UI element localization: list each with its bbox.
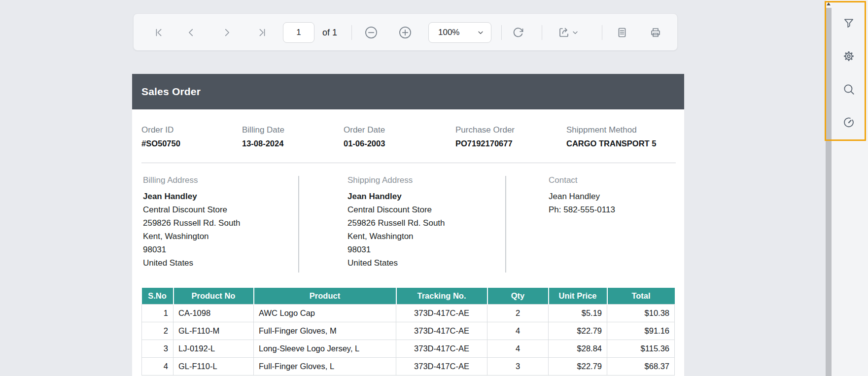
cell-unit-price: $22.79 [549, 322, 607, 340]
print-button[interactable] [647, 24, 664, 41]
column-header-unit-price: Unit Price [549, 288, 607, 304]
cell-qty: 4 [487, 322, 549, 340]
gear-icon [842, 50, 855, 63]
cell-total: $91.16 [607, 322, 675, 340]
viewer-toolbar: of 1 100% [133, 13, 678, 51]
billing-address-block: Billing Address Jean Handley Central Dis… [143, 175, 241, 270]
order-items-table: S.No Product No Product Tracking No. Qty… [141, 288, 675, 376]
previous-page-button[interactable] [182, 24, 200, 41]
order-date-label: Order Date [344, 125, 385, 135]
shipping-address-line: Kent, Washington [347, 230, 445, 243]
shipment-method-label: Shippment Method [566, 125, 637, 135]
billing-address-line: Kent, Washington [143, 230, 241, 243]
page-number-input[interactable] [283, 22, 314, 43]
shipping-address-line: 259826 Russell Rd. South [347, 216, 445, 230]
column-header-product: Product [254, 288, 396, 304]
document-icon [616, 27, 628, 38]
cell-qty: 4 [487, 340, 549, 357]
zoom-in-button[interactable] [396, 24, 414, 41]
cell-product: Long-Sleeve Logo Jersey, L [254, 340, 396, 357]
cell-qty: 3 [487, 357, 549, 375]
contact-name: Jean Handley [549, 190, 615, 203]
cell-tracking-no: 373D-417C-AE [396, 322, 487, 340]
page-count-label: of 1 [322, 14, 337, 51]
billing-address-line: Central Discount Store [143, 203, 241, 216]
refresh-button[interactable] [509, 24, 527, 41]
next-page-button[interactable] [218, 24, 236, 41]
export-icon [558, 27, 570, 38]
export-button[interactable] [555, 24, 573, 41]
zoom-level-dropdown[interactable]: 100% [428, 22, 491, 43]
previous-page-icon [186, 27, 197, 38]
shipping-address-line: Central Discount Store [347, 203, 445, 216]
vertical-scrollbar[interactable] [826, 0, 832, 376]
zoom-out-icon [364, 26, 378, 39]
toolbar-separator [542, 25, 542, 40]
cell-qty: 2 [487, 304, 549, 322]
purchase-order-value: PO7192170677 [455, 139, 513, 148]
cell-product: AWC Logo Cap [254, 304, 396, 322]
cell-product: Full-Finger Gloves, L [254, 357, 396, 375]
billing-address-line: 98031 [143, 243, 241, 256]
shipping-address-block: Shipping Address Jean Handley Central Di… [347, 175, 445, 270]
zoom-level-value: 100% [438, 28, 459, 37]
column-header-tracking-no: Tracking No. [396, 288, 487, 304]
shipping-address-line: United States [347, 256, 445, 270]
cell-product-no: GL-F110-M [174, 322, 254, 340]
gauge-icon [842, 116, 855, 129]
contact-block: Contact Jean Handley Ph: 582-555-0113 [549, 175, 615, 216]
billing-address-line: United States [143, 256, 241, 270]
first-page-button[interactable] [150, 24, 168, 41]
cell-unit-price: $22.79 [549, 357, 607, 375]
zoom-in-icon [398, 26, 412, 39]
scrollbar-thumb[interactable] [826, 8, 832, 376]
column-header-product-no: Product No [174, 288, 254, 304]
export-dropdown-chevron-icon[interactable] [571, 29, 579, 36]
scrollbar-up-button[interactable] [826, 0, 832, 7]
search-icon [842, 83, 855, 96]
cell-total: $68.37 [607, 357, 675, 375]
filter-button[interactable] [842, 17, 855, 30]
shipping-address-label: Shipping Address [347, 175, 445, 185]
last-page-icon [257, 27, 268, 38]
cell-tracking-no: 373D-417C-AE [396, 340, 487, 357]
cell-sno: 1 [142, 304, 174, 322]
search-button[interactable] [842, 83, 855, 96]
purchase-order-label: Purchase Order [455, 125, 515, 135]
address-divider [505, 176, 506, 273]
order-date-value: 01-06-2003 [344, 139, 385, 148]
table-row: 1 CA-1098 AWC Logo Cap 373D-417C-AE 2 $5… [142, 304, 675, 322]
document-button[interactable] [613, 24, 631, 41]
up-arrow-icon [827, 2, 831, 5]
cell-product: Full-Finger Gloves, M [254, 322, 396, 340]
cell-unit-price: $5.19 [549, 304, 607, 322]
address-divider [298, 176, 299, 273]
column-header-total: Total [607, 288, 675, 304]
shipment-method-value: CARGO TRANSPORT 5 [566, 139, 656, 148]
info-divider-rule [141, 163, 676, 163]
chevron-down-icon [477, 29, 485, 36]
cell-sno: 3 [142, 340, 174, 357]
cell-product-no: CA-1098 [174, 304, 254, 322]
performance-gauge-button[interactable] [842, 116, 855, 129]
billing-address-line: 259826 Russell Rd. South [143, 216, 241, 230]
settings-button[interactable] [842, 50, 855, 63]
report-title: Sales Order [141, 86, 201, 98]
order-id-label: Order ID [141, 125, 174, 135]
billing-date-value: 13-08-2024 [242, 139, 283, 148]
toolbar-separator [602, 25, 602, 40]
refresh-icon [512, 27, 524, 38]
zoom-out-button[interactable] [362, 24, 380, 41]
cell-tracking-no: 373D-417C-AE [396, 304, 487, 322]
toolbar-separator [351, 25, 352, 40]
toolbar-separator [501, 25, 502, 40]
next-page-icon [221, 27, 232, 38]
table-row: 4 GL-F110-L Full-Finger Gloves, L 373D-4… [142, 357, 675, 375]
column-header-qty: Qty [487, 288, 549, 304]
table-row: 2 GL-F110-M Full-Finger Gloves, M 373D-4… [142, 322, 675, 340]
billing-address-name: Jean Handley [143, 190, 241, 203]
cell-product-no: LJ-0192-L [174, 340, 254, 357]
last-page-button[interactable] [253, 24, 271, 41]
table-row: 3 LJ-0192-L Long-Sleeve Logo Jersey, L 3… [142, 340, 675, 357]
cell-sno: 2 [142, 322, 174, 340]
